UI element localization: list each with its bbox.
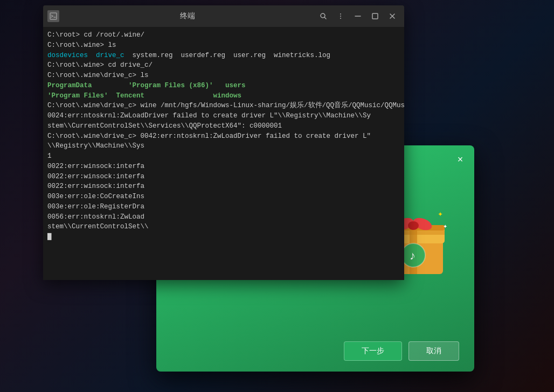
terminal-search-button[interactable]: [316, 9, 331, 24]
terminal-minimize-button[interactable]: [350, 9, 365, 24]
terminal-titlebar: 终端: [43, 5, 404, 27]
terminal-menu-button[interactable]: [333, 9, 348, 24]
terminal-line: 0022:err:winsock:interfa: [47, 181, 400, 192]
terminal-line: 003e:err:ole:RegisterDra: [47, 202, 400, 212]
terminal-line: 'Program Files' Tencent windows: [47, 91, 400, 101]
svg-rect-5: [372, 13, 378, 19]
terminal-line: \\Registry\\Machine\\Sys: [47, 141, 400, 151]
terminal-line: ProgramData 'Program Files (x86)' users: [47, 81, 400, 91]
terminal-line: 0056:err:ntoskrnl:ZwLoad: [47, 212, 400, 222]
terminal-line: 1: [47, 151, 400, 162]
next-button[interactable]: 下一步: [344, 341, 402, 361]
terminal-title: 终端: [59, 11, 316, 21]
terminal-line: C:\root\.wine> ls: [47, 40, 400, 51]
terminal-line: 0022:err:winsock:interfa: [47, 162, 400, 172]
terminal-window: 终端: [43, 5, 404, 280]
dialog-close-button[interactable]: ×: [453, 152, 468, 167]
terminal-icon: [47, 10, 59, 22]
svg-text:♪: ♪: [410, 249, 416, 262]
terminal-body: C:\root> cd /root/.wine/ C:\root\.wine> …: [43, 27, 404, 280]
svg-point-13: [408, 221, 419, 230]
terminal-maximize-button[interactable]: [368, 9, 383, 24]
terminal-line: 0024:err:ntoskrnl:ZwLoadDriver failed to…: [47, 111, 400, 121]
terminal-line: C:\root\.wine\drive_c> 0042:err:ntoskrnl…: [47, 131, 400, 142]
terminal-line: C:\root\.wine\drive_c> wine /mnt/hgfs/Wi…: [47, 101, 400, 111]
terminal-controls: [316, 9, 400, 24]
terminal-line: dosdevices drive_c system.reg userdef.re…: [47, 51, 400, 61]
terminal-line: 0022:err:winsock:interfa: [47, 172, 400, 182]
svg-point-4: [340, 18, 341, 19]
terminal-line: █: [47, 232, 400, 242]
svg-text:✦: ✦: [438, 211, 443, 218]
terminal-line: C:\root\.wine\drive_c> ls: [47, 71, 400, 81]
terminal-line: C:\root> cd /root/.wine/: [47, 30, 400, 40]
terminal-line: C:\root\.wine> cd drive_c/: [47, 60, 400, 71]
svg-point-2: [340, 13, 341, 15]
terminal-line: stem\\CurrentControlSet\\Services\\QQPro…: [47, 121, 400, 131]
cancel-button[interactable]: 取消: [408, 341, 459, 361]
terminal-line: 003e:err:ole:CoCreateIns: [47, 192, 400, 202]
terminal-close-button[interactable]: [385, 9, 400, 24]
terminal-line: stem\\CurrentControlSet\\: [47, 222, 400, 232]
svg-text:✦: ✦: [443, 223, 447, 229]
dialog-footer: 下一步 取消: [156, 333, 474, 372]
svg-point-3: [340, 16, 341, 17]
